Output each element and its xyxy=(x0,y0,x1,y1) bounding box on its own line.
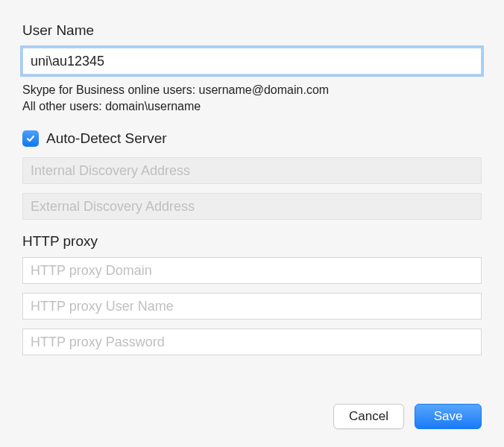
http-proxy-label: HTTP proxy xyxy=(22,233,482,250)
auto-detect-label: Auto-Detect Server xyxy=(46,130,167,147)
dialog-buttons: Cancel Save xyxy=(22,390,482,429)
save-button[interactable]: Save xyxy=(415,404,482,429)
auto-detect-checkbox[interactable] xyxy=(22,130,39,147)
username-help-line1: Skype for Business online users: usernam… xyxy=(22,82,482,98)
username-help-line2: All other users: domain\username xyxy=(22,98,482,115)
internal-discovery-input[interactable] xyxy=(22,157,482,184)
external-discovery-input[interactable] xyxy=(22,193,482,220)
username-label: User Name xyxy=(22,22,482,39)
cancel-button[interactable]: Cancel xyxy=(333,404,404,429)
proxy-username-input[interactable] xyxy=(22,293,482,320)
auto-detect-row[interactable]: Auto-Detect Server xyxy=(22,130,482,147)
proxy-password-input[interactable] xyxy=(22,329,482,355)
proxy-domain-input[interactable] xyxy=(22,257,482,284)
username-input[interactable] xyxy=(22,48,482,74)
username-help: Skype for Business online users: usernam… xyxy=(22,82,482,114)
checkmark-icon xyxy=(25,133,36,144)
